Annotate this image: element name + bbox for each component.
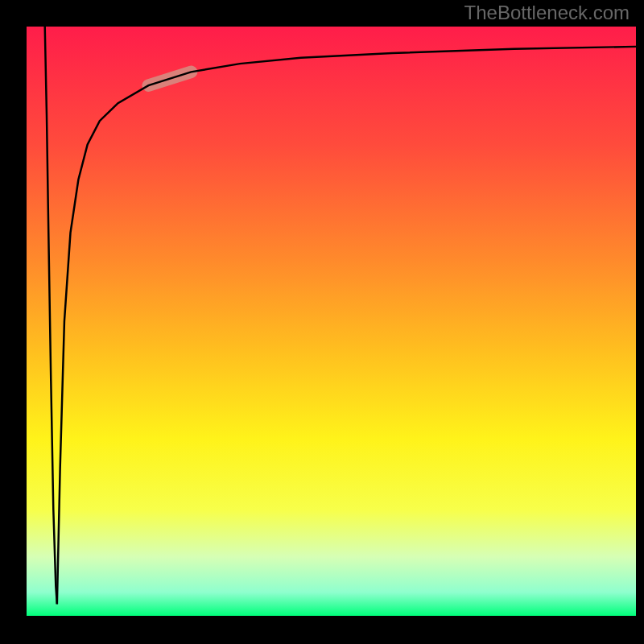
curve-branch-ascending bbox=[57, 47, 636, 604]
curve-layer bbox=[27, 27, 636, 616]
chart-root: TheBottleneck.com bbox=[0, 0, 644, 644]
curve-branch-descending bbox=[45, 27, 57, 604]
attribution-text: TheBottleneck.com bbox=[464, 2, 630, 24]
plot-area bbox=[27, 27, 636, 616]
